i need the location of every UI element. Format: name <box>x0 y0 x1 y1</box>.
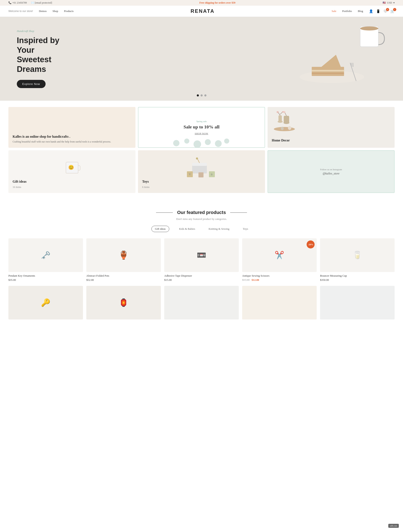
instagram-label: Follow us on Instagram <box>320 168 342 171</box>
cart-icon[interactable]: 🛒 1 <box>391 9 395 13</box>
currency-selector[interactable]: 🇺🇸 USD ▾ <box>383 1 395 4</box>
product-image-8 <box>164 286 239 319</box>
product-price-2: $52.00 <box>86 278 161 282</box>
svg-point-15 <box>215 140 222 147</box>
navbar: Welcome to our store! Demos Shop Product… <box>0 6 403 17</box>
product-name-1: Pendant Key Ornaments <box>8 274 83 278</box>
navbar-right-links: Sale Portfolio Blog <box>332 9 363 13</box>
cart-badge: 1 <box>393 8 396 11</box>
instagram-handle: @kalles_store <box>322 172 339 175</box>
discount-badge-4: -20% <box>307 241 315 248</box>
product-image-4: ✂️ -20% <box>242 238 317 272</box>
product-card-10[interactable] <box>320 286 395 322</box>
hero-section: Handcraft Shop Inspired by Your Sweetest… <box>0 17 403 101</box>
hero-subtitle: Handcraft Shop <box>17 29 67 33</box>
welcome-text: Welcome to our store! <box>8 10 33 13</box>
product-card-6[interactable]: 🔑 <box>8 286 83 322</box>
product-image-3: 📼 <box>164 238 239 272</box>
product-image-1: 🗝️ <box>8 238 83 272</box>
user-icon[interactable]: 👤 <box>369 9 373 13</box>
product-name-5: Bouncer Measuring Cup <box>320 274 395 278</box>
svg-rect-38 <box>198 172 204 177</box>
hero-title: Inspired by Your Sweetest Dreams <box>17 36 67 74</box>
product-card-8[interactable] <box>164 286 239 322</box>
promo-card-toys[interactable]: V B Toys 6 items <box>138 150 265 193</box>
wishlist-badge: 0 <box>386 8 389 11</box>
navbar-left-links: Welcome to our store! Demos Shop Product… <box>8 9 74 13</box>
section-title-row: Our featured products <box>8 210 395 215</box>
explore-now-button[interactable]: Explore Now <box>17 80 46 88</box>
promo-card-home-decor[interactable]: Home Decor <box>267 107 395 148</box>
featured-section: Our featured products Don't miss any fea… <box>0 199 403 328</box>
nav-shop[interactable]: Shop <box>52 9 58 13</box>
shop-now-button[interactable]: SHOP NOW <box>195 132 208 135</box>
tab-gift-ideas[interactable]: Gift ideas <box>151 226 169 232</box>
cup-icon: 🥛 <box>353 251 362 260</box>
brand-logo[interactable]: RENATA <box>191 8 214 14</box>
tab-toys[interactable]: Toys <box>239 226 252 232</box>
nav-blog[interactable]: Blog <box>358 9 363 13</box>
toys-title: Toys <box>142 180 261 184</box>
category-tabs: Gift ideas Kids & Babies Knitting & Sewi… <box>8 226 395 232</box>
toys-count: 6 items <box>142 186 261 189</box>
email-address: ✉️ [email protected] <box>31 1 52 4</box>
hero-content: Handcraft Shop Inspired by Your Sweetest… <box>0 17 84 101</box>
tab-kids-babies[interactable]: Kids & Babies <box>176 226 199 232</box>
navbar-icons: 👤 📱 🤍 0 🛒 1 <box>369 9 395 13</box>
pot-icon: 🏺 <box>119 251 129 260</box>
hero-illustration <box>287 23 392 90</box>
top-bar: 📞 +01 23456789 ✉️ [email protected] Free… <box>0 0 403 6</box>
product-price-5: $350.00 <box>320 278 395 282</box>
product-image-7: 🏮 <box>86 286 161 319</box>
product-card-7[interactable]: 🏮 <box>86 286 161 322</box>
product-card-3[interactable]: 📼 Adhesive Tape Dispenser $15.00 <box>164 238 239 282</box>
nav-demos[interactable]: Demos <box>39 9 47 13</box>
product-icon-6: 🔑 <box>41 298 50 307</box>
svg-point-1 <box>360 26 378 31</box>
svg-point-11 <box>173 140 180 146</box>
dot-2[interactable] <box>201 94 203 96</box>
promo-card-gift-ideas[interactable]: 😊 Gift ideas 16 items <box>8 150 136 193</box>
shipping-notice: Free shipping for orders over $59 <box>199 1 235 4</box>
nav-portfolio[interactable]: Portfolio <box>342 9 352 13</box>
nav-sale[interactable]: Sale <box>332 9 336 13</box>
product-card-1[interactable]: 🗝️ Pendant Key Ornaments $35.00 <box>8 238 83 282</box>
product-image-9 <box>242 286 317 319</box>
dot-3[interactable] <box>204 94 206 96</box>
product-image-6: 🔑 <box>8 286 83 319</box>
svg-text:V: V <box>189 173 191 176</box>
promo-card-about: Kalles is an online shop for handicrafts… <box>8 107 136 148</box>
product-name-3: Adhesive Tape Dispenser <box>164 274 239 278</box>
svg-point-12 <box>184 139 189 144</box>
svg-rect-31 <box>192 163 207 166</box>
top-bar-left: 📞 +01 23456789 ✉️ [email protected] <box>8 1 52 4</box>
product-name-4: Antique Sewing Scissors <box>242 274 317 278</box>
product-image-2: 🏺 <box>86 238 161 272</box>
product-card-5[interactable]: 🥛 Bouncer Measuring Cup $350.00 <box>320 238 395 282</box>
svg-point-22 <box>288 126 291 130</box>
promo-card-instagram[interactable]: Follow us on Instagram @kalles_store <box>267 150 395 193</box>
wishlist-icon[interactable]: 🤍 0 <box>383 9 387 13</box>
spring-sale-label: Spring sale <box>196 120 207 123</box>
product-price-3: $15.00 <box>164 278 239 282</box>
products-grid: 🗝️ Pendant Key Ornaments $35.00 🏺 Abstra… <box>8 238 395 282</box>
featured-subtitle: Don't miss any featured product by categ… <box>8 217 395 221</box>
nav-products[interactable]: Products <box>64 9 74 13</box>
svg-line-4 <box>351 63 351 67</box>
home-decor-title: Home Decor <box>272 139 290 142</box>
promo-section: Kalles is an online shop for handicrafts… <box>0 101 403 199</box>
phone-number: 📞 +01 23456789 <box>8 1 27 4</box>
svg-line-32 <box>197 159 199 163</box>
keys-icon: 🗝️ <box>41 251 50 260</box>
product-card-9[interactable] <box>242 286 317 322</box>
promo-grid: Kalles is an online shop for handicrafts… <box>8 107 395 193</box>
svg-point-14 <box>205 139 211 145</box>
product-card-4[interactable]: ✂️ -20% Antique Sewing Scissors $15.00 $… <box>242 238 317 282</box>
product-card-2[interactable]: 🏺 Abstract Folded Pots $52.00 <box>86 238 161 282</box>
promo-about-title: Kalles is an online shop for handicrafts… <box>12 135 131 139</box>
svg-point-23 <box>281 127 284 130</box>
tab-knitting-sewing[interactable]: Knitting & Sewing <box>205 226 233 232</box>
promo-card-sale: Spring sale Sale up to 10% all SHOP NOW <box>138 107 265 148</box>
dot-1[interactable] <box>197 94 199 96</box>
tablet-icon[interactable]: 📱 <box>376 9 380 13</box>
